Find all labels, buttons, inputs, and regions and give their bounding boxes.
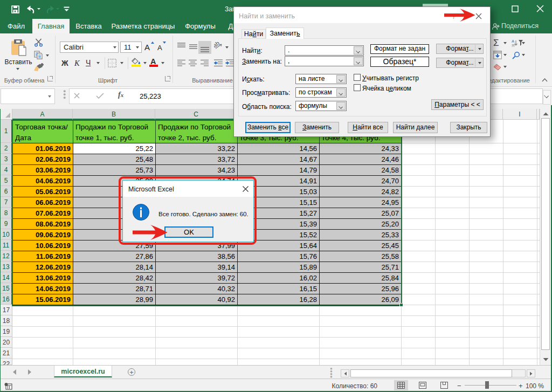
svg-text:Я: Я (512, 43, 514, 47)
